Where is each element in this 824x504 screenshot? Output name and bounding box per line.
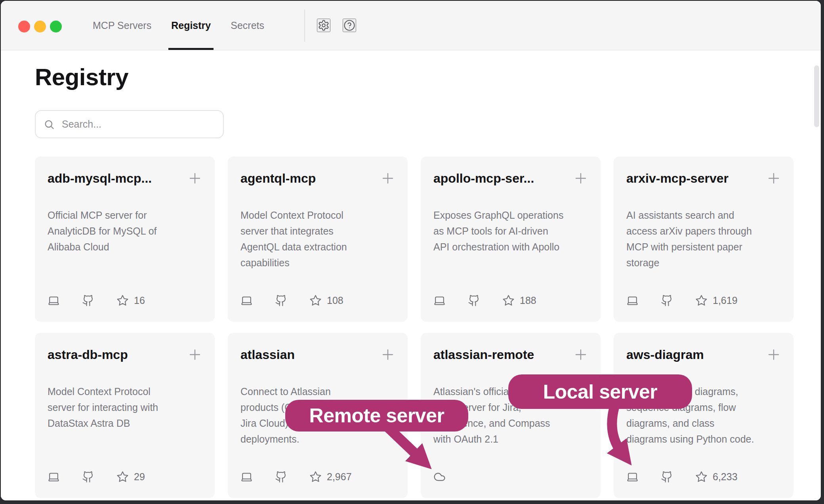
- card-description: Model Context Protocolserver for interac…: [48, 384, 202, 431]
- titlebar: MCP Servers Registry Secrets: [1, 1, 821, 50]
- add-server-button[interactable]: [381, 347, 395, 362]
- card-description-line: Connect to Atlassian: [240, 384, 395, 399]
- plus-icon: [381, 347, 395, 362]
- card-description-line: AgentQL data extraction: [240, 239, 395, 255]
- plus-icon: [574, 347, 588, 362]
- card-description: Exposes GraphQL operationsas MCP tools f…: [433, 207, 588, 255]
- star-count: 188: [520, 295, 536, 306]
- card-description-line: Alibaba Cloud: [48, 239, 202, 255]
- card-description-line: with OAuth 2.1: [433, 431, 588, 447]
- card-footer: 2,967: [240, 471, 395, 483]
- help-icon[interactable]: [343, 19, 356, 32]
- laptop-icon: [626, 294, 639, 307]
- card-title: atlassian-remote: [433, 346, 534, 363]
- close-button[interactable]: [18, 21, 30, 32]
- remote-server-callout: Remote server: [285, 400, 468, 431]
- card-description-line: deployments.: [240, 431, 395, 447]
- card-description-line: DataStax Astra DB: [48, 415, 202, 431]
- add-server-button[interactable]: [574, 347, 588, 362]
- github-icon[interactable]: [82, 294, 94, 307]
- star-group: 2,967: [309, 471, 352, 483]
- server-card[interactable]: astra-db-mcp Model Context Protocolserve…: [35, 333, 215, 498]
- add-server-button[interactable]: [574, 171, 588, 185]
- settings-gear-icon[interactable]: [317, 19, 330, 32]
- server-card[interactable]: agentql-mcp Model Context Protocolserver…: [228, 157, 408, 322]
- github-icon[interactable]: [661, 471, 673, 483]
- search-icon: [44, 119, 55, 130]
- card-header: aws-diagram: [626, 346, 781, 363]
- add-server-button[interactable]: [188, 171, 202, 185]
- scrollbar-thumb[interactable]: [814, 65, 819, 127]
- card-description-line: API orchestration with Apollo: [433, 239, 588, 255]
- card-header: arxiv-mcp-server: [626, 170, 781, 187]
- card-title: astra-db-mcp: [48, 346, 128, 363]
- add-server-button[interactable]: [381, 171, 395, 185]
- cloud-icon: [433, 471, 446, 483]
- card-description-line: storage: [626, 255, 781, 271]
- card-header: atlassian-remote: [433, 346, 588, 363]
- github-icon[interactable]: [468, 294, 480, 307]
- zoom-button[interactable]: [50, 21, 62, 32]
- card-description: Official MCP server forAnalyticDB for My…: [48, 207, 202, 255]
- card-footer: [433, 471, 588, 483]
- tab-secrets[interactable]: Secrets: [231, 1, 264, 50]
- toolbar-divider: [304, 10, 305, 42]
- card-description-line: server for interacting with: [48, 399, 202, 415]
- plus-icon: [381, 171, 395, 185]
- star-group: 1,619: [695, 294, 738, 307]
- laptop-icon: [433, 294, 446, 307]
- card-header: astra-db-mcp: [48, 346, 202, 363]
- laptop-icon: [48, 294, 60, 307]
- minimize-button[interactable]: [34, 21, 46, 32]
- star-group: 108: [309, 294, 343, 307]
- laptop-icon: [48, 471, 60, 483]
- github-icon[interactable]: [275, 294, 287, 307]
- card-description-line: AnalyticDB for MySQL of: [48, 223, 202, 239]
- add-server-button[interactable]: [188, 347, 202, 362]
- traffic-lights: [18, 21, 62, 32]
- star-count: 29: [134, 471, 145, 483]
- star-count: 1,619: [713, 295, 738, 306]
- server-card[interactable]: aws-diagram Generate AWS diagrams,sequen…: [614, 333, 793, 498]
- card-footer: 108: [240, 294, 395, 307]
- card-header: atlassian: [240, 346, 395, 363]
- card-description-line: Model Context Protocol: [48, 384, 202, 399]
- card-description-line: capabilities: [240, 255, 395, 271]
- card-title: agentql-mcp: [240, 170, 316, 187]
- github-icon[interactable]: [82, 471, 94, 483]
- card-description-line: Official MCP server for: [48, 207, 202, 223]
- star-group: 16: [116, 294, 145, 307]
- card-header: adb-mysql-mcp...: [48, 170, 202, 187]
- card-footer: 188: [433, 294, 588, 307]
- tab-mcp-servers[interactable]: MCP Servers: [93, 1, 151, 50]
- add-server-button[interactable]: [767, 171, 781, 185]
- star-icon: [309, 471, 322, 483]
- star-icon: [116, 471, 129, 483]
- server-card[interactable]: arxiv-mcp-server AI assistants search an…: [614, 157, 793, 322]
- add-server-button[interactable]: [767, 347, 781, 362]
- laptop-icon: [626, 471, 639, 483]
- card-description-line: access arXiv papers through: [626, 223, 781, 239]
- card-description-line: as MCP tools for AI-driven: [433, 223, 588, 239]
- plus-icon: [188, 347, 202, 362]
- star-group: 6,233: [695, 471, 738, 483]
- card-description-line: diagrams, and class: [626, 415, 781, 431]
- card-description: AI assistants search andaccess arXiv pap…: [626, 207, 781, 271]
- github-icon[interactable]: [661, 294, 673, 307]
- search-input[interactable]: [62, 118, 215, 130]
- server-card[interactable]: apollo-mcp-ser... Exposes GraphQL operat…: [421, 157, 601, 322]
- card-description-line: AI assistants search and: [626, 207, 781, 223]
- tab-registry[interactable]: Registry: [171, 1, 211, 50]
- card-title: arxiv-mcp-server: [626, 170, 729, 187]
- plus-icon: [767, 171, 781, 185]
- github-icon[interactable]: [275, 471, 287, 483]
- star-icon: [116, 294, 129, 307]
- star-icon: [695, 471, 708, 483]
- card-footer: 29: [48, 471, 202, 483]
- card-footer: 16: [48, 294, 202, 307]
- server-card[interactable]: adb-mysql-mcp... Official MCP server for…: [35, 157, 215, 322]
- card-grid: adb-mysql-mcp... Official MCP server for…: [35, 157, 792, 498]
- card-footer: 1,619: [626, 294, 781, 307]
- card-title: atlassian: [240, 346, 295, 363]
- search-box: [35, 110, 224, 138]
